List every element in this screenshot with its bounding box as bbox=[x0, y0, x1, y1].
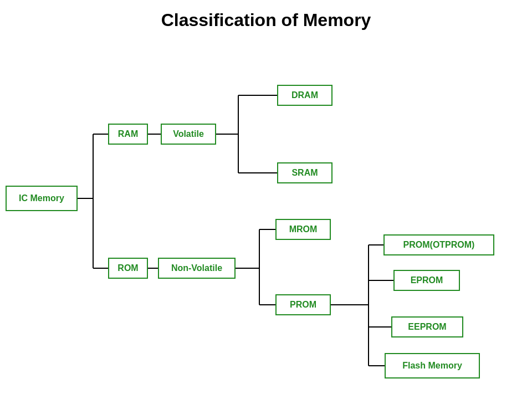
prom-otp-node: PROM(OTPROM) bbox=[383, 234, 494, 255]
diagram: IC Memory RAM Volatile DRAM SRAM ROM Non… bbox=[0, 36, 532, 399]
sram-node: SRAM bbox=[277, 162, 332, 183]
mrom-node: MROM bbox=[275, 219, 331, 240]
dram-node: DRAM bbox=[277, 85, 332, 106]
prom-node: PROM bbox=[275, 294, 331, 315]
ic-memory-node: IC Memory bbox=[6, 186, 78, 211]
page-title: Classification of Memory bbox=[0, 0, 532, 30]
non-volatile-node: Non-Volatile bbox=[158, 258, 236, 279]
connector-lines bbox=[0, 36, 532, 399]
ram-node: RAM bbox=[108, 124, 148, 145]
eprom-node: EPROM bbox=[393, 270, 460, 291]
volatile-node: Volatile bbox=[161, 124, 216, 145]
rom-node: ROM bbox=[108, 258, 148, 279]
flash-memory-node: Flash Memory bbox=[385, 353, 480, 378]
eeprom-node: EEPROM bbox=[391, 316, 463, 337]
